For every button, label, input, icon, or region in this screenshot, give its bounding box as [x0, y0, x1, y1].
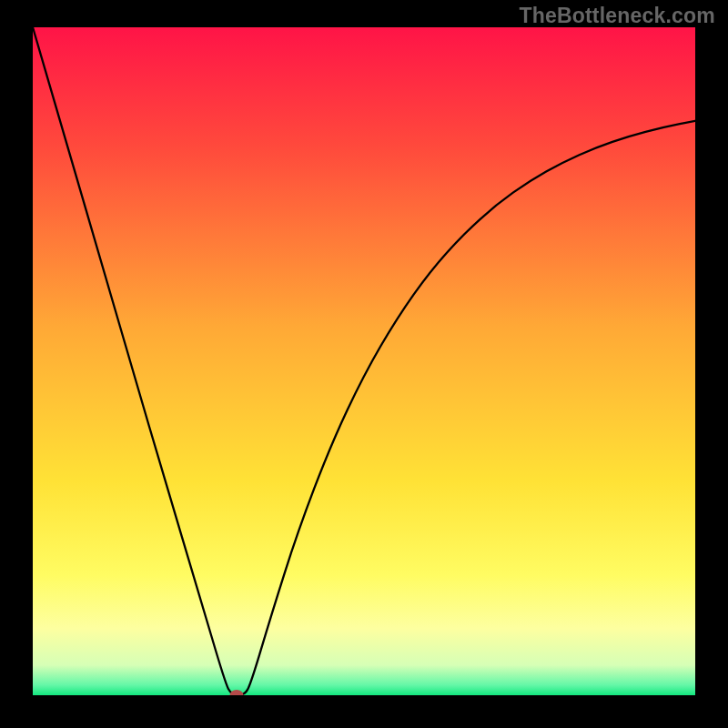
bottleneck-curve: [33, 27, 695, 695]
chart-frame: TheBottleneck.com: [0, 0, 728, 728]
plot-area: [33, 27, 695, 695]
watermark-text: TheBottleneck.com: [519, 4, 715, 28]
optimal-point-marker: [230, 690, 244, 695]
